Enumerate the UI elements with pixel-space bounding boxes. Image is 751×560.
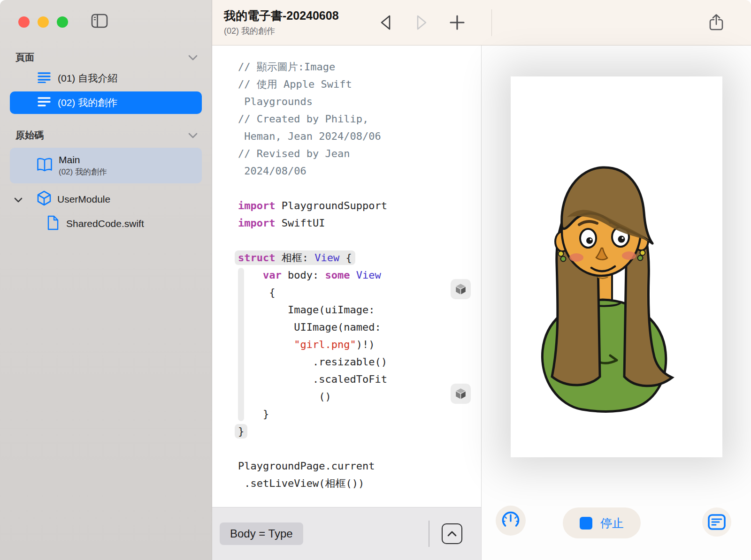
chevron-down-icon[interactable] (188, 130, 198, 141)
sidebar-item-label: (02) 我的創作 (58, 96, 117, 109)
back-icon[interactable] (376, 12, 396, 33)
editor-statusbar: Body = Type (212, 507, 481, 560)
app-window: 頁面 (01) 自我介紹 (0, 0, 751, 560)
forward-icon[interactable] (411, 12, 432, 33)
main-item-title: Main (59, 154, 107, 166)
sidebar-item-page-02[interactable]: (02) 我的創作 (10, 91, 202, 114)
document-subtitle: (02) 我的創作 (224, 25, 339, 37)
content-split: // 顯示圖片:Image// 使用 Apple Swift Playgroun… (212, 45, 751, 560)
toolbar-divider (491, 9, 492, 36)
live-view-icon[interactable] (702, 507, 731, 537)
chevron-up-icon[interactable] (442, 523, 462, 544)
code-lines[interactable]: // 顯示圖片:Image// 使用 Apple Swift Playgroun… (212, 45, 481, 492)
code-block-icon[interactable] (451, 384, 471, 404)
live-view-card (511, 76, 722, 457)
sidebar-item-usermodule[interactable]: UserModule (0, 187, 212, 212)
close-icon[interactable] (18, 16, 30, 28)
page-lines-icon (38, 96, 51, 110)
stop-button[interactable]: 停止 (563, 507, 641, 538)
pages-section-header[interactable]: 頁面 (0, 49, 212, 65)
girl-image (511, 76, 722, 457)
share-icon[interactable] (706, 12, 727, 33)
book-icon (37, 158, 53, 174)
gauge-icon[interactable] (496, 506, 526, 536)
pages-section-label: 頁面 (15, 51, 34, 64)
toolbar: 我的電子書-20240608 (02) 我的創作 (212, 0, 751, 45)
live-preview-panel: 停止 (482, 45, 751, 560)
module-item-label: UserModule (57, 194, 110, 205)
zoom-icon[interactable] (57, 16, 68, 28)
code-editor[interactable]: // 顯示圖片:Image// 使用 Apple Swift Playgroun… (212, 45, 482, 560)
sidebar-item-page-01[interactable]: (01) 自我介紹 (10, 67, 202, 90)
stop-square-icon (580, 517, 592, 530)
page-lines-icon (38, 72, 51, 85)
chevron-down-icon[interactable] (14, 194, 23, 205)
stop-button-label: 停止 (600, 515, 624, 531)
status-badge[interactable]: Body = Type (220, 522, 303, 545)
document-title: 我的電子書-20240608 (224, 8, 339, 23)
statusbar-divider (429, 521, 429, 547)
chevron-down-icon[interactable] (188, 52, 198, 63)
plus-icon[interactable] (447, 12, 467, 33)
sidebar-item-main[interactable]: Main (02) 我的創作 (10, 148, 202, 183)
file-item-label: SharedCode.swift (66, 218, 144, 229)
file-icon (47, 215, 59, 233)
cube-icon (37, 190, 52, 208)
sidebar: 頁面 (01) 自我介紹 (0, 0, 212, 560)
source-section-label: 原始碼 (15, 129, 44, 142)
sidebar-toggle-icon[interactable] (91, 14, 108, 29)
minimize-icon[interactable] (38, 16, 49, 28)
document-title-block: 我的電子書-20240608 (02) 我的創作 (224, 8, 339, 37)
traffic-lights (18, 16, 68, 28)
main-area: 我的電子書-20240608 (02) 我的創作 (212, 0, 751, 560)
sidebar-item-label: (01) 自我介紹 (58, 72, 117, 85)
sidebar-item-sharedcode[interactable]: SharedCode.swift (0, 212, 212, 236)
main-item-subtitle: (02) 我的創作 (59, 166, 107, 177)
source-section-header[interactable]: 原始碼 (0, 127, 212, 143)
code-block-icon[interactable] (451, 279, 471, 299)
